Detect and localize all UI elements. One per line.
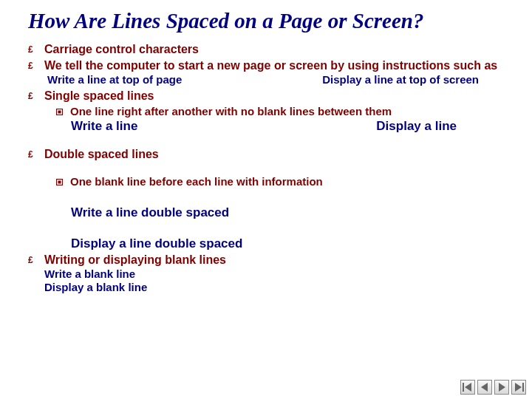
sub-row: Write a line at top of page Display a li…	[28, 73, 516, 87]
sub-text: Write a blank line	[28, 267, 516, 282]
example-text: Write a line	[71, 119, 137, 134]
sub-text: Write a line at top of page	[47, 73, 182, 87]
example-row: Write a line Display a line	[28, 119, 516, 134]
slide-title: How Are Lines Spaced on a Page or Screen…	[28, 9, 516, 33]
pound-bullet-icon: £	[28, 45, 37, 54]
square-bullet-icon	[56, 179, 63, 185]
example-text: Display a line double spaced	[28, 236, 516, 251]
sub-text: Display a line at top of screen	[322, 73, 479, 87]
bullet-item: £ Writing or displaying blank lines	[28, 253, 516, 267]
nav-prev-button[interactable]	[477, 380, 492, 395]
nav-next-button[interactable]	[494, 380, 509, 395]
pound-bullet-icon: £	[28, 92, 37, 100]
nav-controls	[460, 380, 526, 395]
svg-text:£: £	[28, 92, 33, 100]
svg-text:£: £	[28, 61, 33, 70]
nav-last-button[interactable]	[511, 380, 526, 395]
example-text: Write a line double spaced	[28, 205, 516, 220]
bullet-text: We tell the computer to start a new page…	[44, 58, 497, 73]
svg-marker-11	[481, 383, 488, 392]
square-bullet-icon	[56, 109, 63, 115]
svg-text:£: £	[28, 256, 33, 265]
bullet-item: £ We tell the computer to start a new pa…	[28, 58, 516, 73]
bullet-item: £ Double spaced lines	[28, 147, 516, 162]
pound-bullet-icon: £	[28, 256, 37, 265]
pound-bullet-icon: £	[28, 150, 37, 159]
bullet-text: Carriage control characters	[44, 42, 199, 57]
bullet-text: Double spaced lines	[44, 147, 159, 162]
bullet-text: Writing or displaying blank lines	[44, 253, 226, 267]
svg-text:£: £	[28, 150, 33, 159]
pound-bullet-icon: £	[28, 61, 37, 70]
sub-bullet-text: One line right after another with no bla…	[70, 105, 392, 119]
bullet-item: £ Single spaced lines	[28, 89, 516, 103]
svg-rect-14	[522, 383, 524, 392]
svg-marker-12	[499, 383, 505, 392]
bullet-item: £ Carriage control characters	[28, 42, 516, 57]
sub-bullet-item: One blank line before each line with inf…	[56, 175, 516, 189]
bullet-text: Single spaced lines	[44, 89, 154, 103]
nav-first-button[interactable]	[460, 380, 475, 395]
svg-marker-10	[465, 383, 471, 392]
svg-marker-13	[515, 383, 522, 392]
sub-bullet-text: One blank line before each line with inf…	[70, 175, 323, 189]
svg-text:£: £	[28, 45, 33, 54]
slide: How Are Lines Spaced on a Page or Screen…	[0, 0, 532, 304]
example-text: Display a line	[376, 119, 457, 134]
svg-rect-4	[58, 111, 61, 114]
sub-bullet-item: One line right after another with no bla…	[56, 105, 516, 119]
sub-text: Display a blank line	[28, 281, 516, 295]
svg-rect-9	[463, 383, 464, 392]
svg-rect-7	[58, 180, 61, 183]
